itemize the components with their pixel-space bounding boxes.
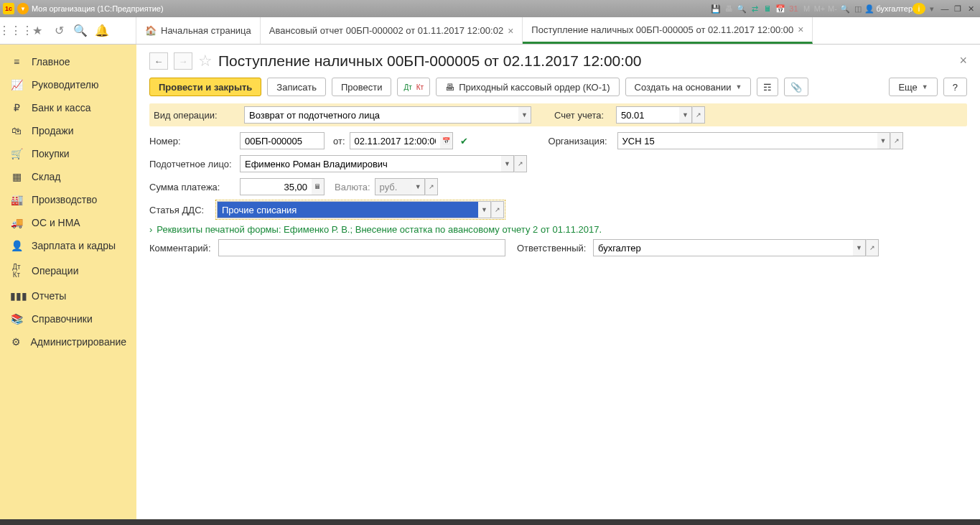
- post-button[interactable]: Провести: [332, 78, 392, 96]
- open-button[interactable]: ↗: [866, 239, 879, 256]
- calculator-icon[interactable]: 🖩: [761, 3, 774, 14]
- number-input[interactable]: [240, 132, 325, 149]
- account-input[interactable]: [616, 106, 679, 124]
- save-button[interactable]: Записать: [267, 78, 326, 96]
- open-button[interactable]: ↗: [692, 106, 705, 124]
- button-label: Еще: [898, 82, 917, 93]
- info-dropdown-icon[interactable]: ▾: [925, 3, 938, 14]
- comment-input[interactable]: [218, 239, 505, 256]
- dropdown-button[interactable]: ▼: [501, 155, 514, 172]
- window-title: Моя организация (1С:Предприятие): [32, 4, 164, 13]
- sidebar-item-operations[interactable]: ДтКтОперации: [0, 257, 136, 284]
- structure-button[interactable]: ☶: [757, 78, 778, 96]
- close-icon[interactable]: ×: [508, 25, 513, 37]
- maximize-button[interactable]: ❐: [951, 4, 964, 14]
- print-ko1-button[interactable]: 🖶Приходный кассовый ордер (КО-1): [436, 78, 619, 96]
- sum-input[interactable]: [240, 178, 312, 195]
- attach-button[interactable]: 📎: [784, 78, 808, 96]
- more-button[interactable]: Еще▼: [889, 78, 937, 96]
- close-page-button[interactable]: ×: [959, 53, 967, 68]
- sum-label: Сумма платежа:: [149, 182, 235, 192]
- favorite-star-icon[interactable]: ☆: [198, 52, 213, 70]
- responsible-input[interactable]: [593, 239, 853, 256]
- date-input[interactable]: [350, 132, 440, 149]
- operation-type-input[interactable]: [244, 106, 518, 124]
- dropdown-button[interactable]: ▼: [478, 201, 491, 218]
- sidebar-item-assets[interactable]: 🚚ОС и НМА: [0, 211, 136, 234]
- person-input[interactable]: [240, 155, 501, 172]
- m-minus-icon[interactable]: M-: [826, 3, 839, 14]
- print-details-text: Реквизиты печатной формы: Ефименко Р. В.…: [157, 224, 602, 235]
- open-button[interactable]: ↗: [514, 155, 527, 172]
- dtkt-button[interactable]: ДтКт: [397, 78, 430, 96]
- preview-icon[interactable]: 🔍: [735, 3, 748, 14]
- sidebar-item-production[interactable]: 🏭Производство: [0, 188, 136, 211]
- sidebar-item-sales[interactable]: 🛍Продажи: [0, 119, 136, 142]
- sidebar-item-admin[interactable]: ⚙Администрирование: [0, 330, 136, 353]
- apps-icon[interactable]: ⋮⋮⋮: [6, 21, 26, 41]
- calendar-icon[interactable]: 📅: [774, 3, 787, 14]
- sidebar-item-purchases[interactable]: 🛒Покупки: [0, 142, 136, 165]
- history-icon[interactable]: ↺: [49, 21, 69, 41]
- comment-label: Комментарий:: [149, 243, 214, 254]
- compare-icon[interactable]: ⇄: [748, 3, 761, 14]
- tab-cash-receipt[interactable]: Поступление наличных 00БП-000005 от 02.1…: [523, 17, 813, 44]
- m-icon[interactable]: M: [800, 3, 813, 14]
- panels-icon[interactable]: ◫: [851, 3, 864, 14]
- close-window-button[interactable]: ✕: [964, 4, 977, 14]
- user-label[interactable]: 👤бухгалтер: [864, 4, 913, 14]
- sidebar-item-reports[interactable]: ▮▮▮Отчеты: [0, 284, 136, 307]
- sidebar-item-bank[interactable]: ₽Банк и касса: [0, 96, 136, 119]
- org-label: Организация:: [549, 136, 613, 147]
- calc-button[interactable]: 🖩: [312, 178, 325, 195]
- dropdown-button[interactable]: ▼: [679, 106, 692, 124]
- dropdown-button[interactable]: ▼: [518, 106, 531, 124]
- minimize-button[interactable]: —: [938, 4, 951, 13]
- save-icon[interactable]: 💾: [709, 3, 722, 14]
- sidebar-item-main[interactable]: ≡Главное: [0, 50, 136, 73]
- search-icon[interactable]: 🔍: [70, 21, 90, 41]
- nav-back-button[interactable]: ←: [149, 52, 168, 70]
- calendar-button[interactable]: 📅: [440, 132, 453, 149]
- close-icon[interactable]: ×: [798, 24, 803, 35]
- favorite-icon[interactable]: ★: [27, 21, 47, 41]
- notifications-icon[interactable]: 🔔: [92, 21, 112, 41]
- page-title: Поступление наличных 00БП-000005 от 02.1…: [218, 52, 642, 70]
- dds-input[interactable]: [217, 201, 478, 218]
- nav-forward-button[interactable]: →: [174, 52, 192, 70]
- dropdown-button: ▼: [412, 178, 425, 195]
- currency-input: [375, 178, 412, 195]
- info-icon[interactable]: i: [913, 3, 925, 14]
- tab-home[interactable]: 🏠 Начальная страница: [136, 17, 261, 44]
- sidebar-item-hr[interactable]: 👤Зарплата и кадры: [0, 234, 136, 257]
- sidebar-item-label: Операции: [32, 265, 79, 277]
- print-details-toggle[interactable]: › Реквизиты печатной формы: Ефименко Р. …: [149, 224, 967, 235]
- sidebar-item-label: Справочники: [32, 313, 93, 325]
- responsible-label: Ответственный:: [517, 243, 589, 254]
- zoom-icon[interactable]: 🔍: [839, 3, 851, 14]
- help-button[interactable]: ?: [943, 78, 967, 96]
- dropdown-button[interactable]: ▼: [877, 132, 890, 149]
- sidebar-item-label: Покупки: [32, 148, 70, 159]
- m-plus-icon[interactable]: M+: [813, 3, 826, 14]
- sidebar-item-manager[interactable]: 📈Руководителю: [0, 73, 136, 96]
- org-input[interactable]: [617, 132, 877, 149]
- open-button[interactable]: ↗: [491, 201, 504, 218]
- boxes-icon: ▦: [10, 171, 23, 182]
- tab-label: Начальная страница: [161, 25, 251, 36]
- print-icon[interactable]: 🖶: [722, 3, 735, 14]
- create-based-on-button[interactable]: Создать на основании▼: [625, 78, 752, 96]
- dropdown-button[interactable]: ▼: [853, 239, 866, 256]
- sidebar-item-catalogs[interactable]: 📚Справочники: [0, 307, 136, 330]
- date-icon[interactable]: 31: [787, 3, 800, 14]
- window-titlebar: 1c ▼ Моя организация (1С:Предприятие) 💾 …: [0, 0, 980, 17]
- sidebar: ≡Главное 📈Руководителю ₽Банк и касса 🛍Пр…: [0, 45, 136, 519]
- tab-advance-report[interactable]: Авансовый отчет 00БП-000002 от 01.11.201…: [261, 17, 523, 44]
- button-label: Приходный кассовый ордер (КО-1): [459, 82, 610, 93]
- app-menu-dropdown[interactable]: ▼: [17, 3, 29, 14]
- post-and-close-button[interactable]: Провести и закрыть: [149, 78, 261, 96]
- chart-icon: 📈: [10, 79, 23, 90]
- sidebar-item-warehouse[interactable]: ▦Склад: [0, 165, 136, 188]
- open-button[interactable]: ↗: [890, 132, 903, 149]
- factory-icon: 🏭: [10, 194, 23, 205]
